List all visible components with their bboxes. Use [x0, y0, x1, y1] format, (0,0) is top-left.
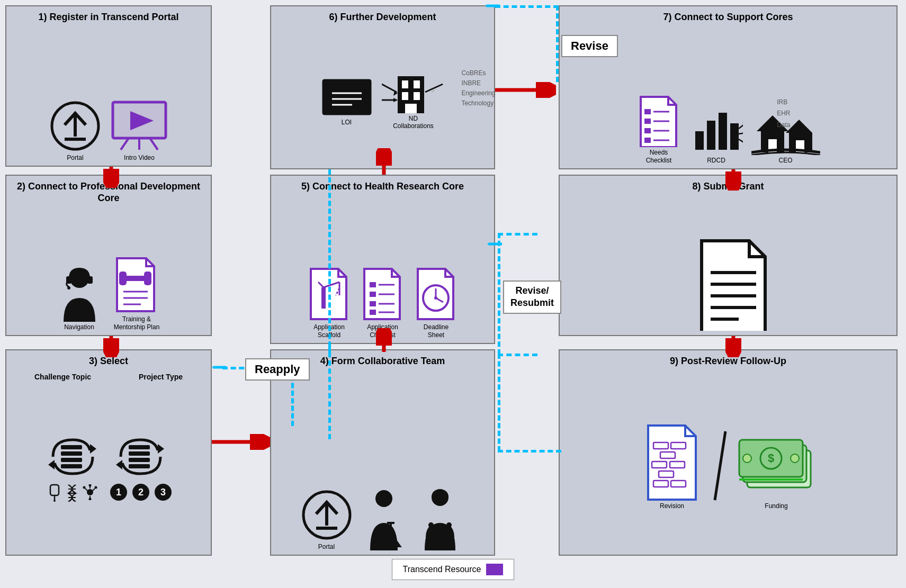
svg-text:1: 1 — [115, 487, 121, 497]
svg-rect-77 — [370, 282, 376, 287]
portal-icon-wrap: Portal — [49, 99, 102, 161]
revise-resubmit-arrow-h-top — [498, 233, 537, 236]
box-5: 5) Connect to Health Research Core Appli… — [270, 175, 495, 344]
svg-line-130 — [739, 139, 743, 143]
needs-checklist-icon — [636, 94, 681, 147]
svg-line-126 — [739, 123, 743, 129]
revise-arrowhead — [485, 0, 501, 12]
box3-subtitles: Challenge Topic Project Type — [11, 373, 207, 381]
svg-rect-125 — [730, 123, 739, 150]
training-icon-wrap: Training &Mentorship Plan — [112, 256, 162, 331]
arrow-4to5 — [376, 328, 392, 355]
box8-number: 8) — [692, 181, 701, 192]
svg-rect-102 — [414, 92, 420, 100]
svg-text:3: 3 — [160, 487, 165, 497]
svg-rect-101 — [402, 92, 408, 100]
funding-label: Funding — [765, 502, 787, 510]
box3-number: 3) — [89, 356, 97, 366]
box4-number: 4) — [320, 356, 329, 366]
num3-icon: 3 — [154, 483, 173, 502]
svg-rect-27 — [61, 458, 82, 462]
box5-title: 5) Connect to Health Research Core — [301, 181, 464, 193]
svg-line-108 — [425, 84, 443, 92]
funding-wrap: $ Funding — [737, 421, 816, 510]
box3-content: 1 2 3 — [45, 386, 173, 550]
svg-marker-109 — [430, 90, 435, 93]
portal-icon — [49, 99, 102, 152]
blue-dash-h-bottom — [498, 450, 561, 453]
reapply-label: Reapply — [255, 363, 300, 376]
revise-resubmit-arrow-v — [498, 233, 500, 355]
svg-marker-45 — [116, 460, 122, 469]
project-type-label: Project Type — [139, 373, 183, 381]
box-1: 1) Register in Transcend Portal Portal — [5, 5, 212, 167]
svg-point-162 — [743, 454, 751, 463]
box6-title: 6) Further Development — [329, 12, 436, 23]
svg-rect-116 — [644, 119, 651, 124]
blue-dash-main-v — [328, 169, 331, 355]
box7-number: 7) — [663, 12, 671, 22]
rdcd-icon — [690, 102, 743, 155]
intro-video-icon-wrap: Intro Video — [110, 99, 168, 161]
blue-dash-v2 — [498, 354, 500, 451]
challenge-icon — [45, 435, 101, 480]
arrow-1to2 — [103, 167, 119, 188]
svg-rect-17 — [144, 272, 151, 285]
deadline-sheet-icon — [414, 266, 459, 322]
box1-number: 1) — [38, 12, 47, 22]
svg-rect-114 — [644, 109, 651, 114]
box6-number: 6) — [329, 12, 337, 22]
svg-rect-49 — [129, 464, 150, 468]
svg-rect-120 — [644, 138, 651, 143]
navigation-label: Navigation — [64, 323, 94, 331]
svg-point-14 — [67, 286, 70, 290]
svg-point-63 — [375, 490, 392, 507]
box-6: 6) Further Development LOI — [270, 5, 495, 169]
nd-collab-wrap: CoBREsINBREEngineeringTechnology NDColla… — [382, 66, 445, 130]
box9-number: 9) — [670, 356, 678, 366]
portal-label: Portal — [67, 154, 83, 161]
box-8: 8) Submit Grant — [559, 175, 898, 336]
svg-rect-28 — [61, 464, 82, 468]
svg-rect-83 — [370, 310, 376, 315]
revise-arrow-v — [556, 5, 559, 82]
diagonal-separator — [712, 426, 728, 505]
box5-number: 5) — [301, 181, 310, 192]
num2-icon: 2 — [131, 483, 150, 502]
reapply-box: Reapply — [245, 358, 310, 381]
svg-rect-79 — [370, 292, 376, 297]
challenge-topic-icons — [45, 435, 101, 502]
revision-label: Revision — [660, 502, 684, 510]
project-icon — [113, 435, 168, 480]
molecule-icon — [82, 484, 98, 500]
arrow-2to3 — [103, 336, 119, 357]
collab-sublist: CoBREsINBREEngineeringTechnology — [461, 68, 495, 109]
box5-title-text: Connect to Health Research Core — [312, 181, 464, 192]
navigation-icon-wrap: Navigation — [56, 264, 103, 331]
svg-point-43 — [89, 498, 92, 501]
loi-envelope-icon — [320, 69, 373, 117]
legend: Transcend Resource — [392, 559, 515, 580]
svg-point-88 — [434, 296, 437, 300]
loi-label: LOI — [342, 119, 352, 126]
challenge-topic-label: Challenge Topic — [34, 373, 91, 381]
box-3: 3) Select Challenge Topic Project Type — [5, 349, 212, 556]
box9-title: 9) Post-Review Follow-Up — [670, 356, 786, 367]
box8-content — [688, 212, 768, 331]
svg-marker-107 — [393, 98, 398, 102]
rdcd-label: RDCD — [707, 157, 725, 164]
topic-sub-icons — [47, 483, 98, 502]
revise-box: Revise — [561, 35, 618, 57]
main-diagram: 1) Register in Transcend Portal Portal — [0, 0, 906, 588]
svg-rect-122 — [695, 131, 704, 150]
box-7: 7) Connect to Support Cores Needs — [559, 5, 898, 169]
doctor-icon-wrap — [415, 487, 465, 550]
rdcd-wrap: IRBEHRData RDCD — [690, 102, 743, 164]
box7-title: 7) Connect to Support Cores — [663, 12, 793, 23]
svg-line-40 — [85, 489, 87, 491]
box4-portal-icon — [300, 489, 353, 541]
svg-line-104 — [382, 84, 397, 92]
svg-rect-124 — [719, 113, 727, 150]
svg-point-68 — [428, 522, 434, 528]
dna-icon — [66, 483, 78, 502]
